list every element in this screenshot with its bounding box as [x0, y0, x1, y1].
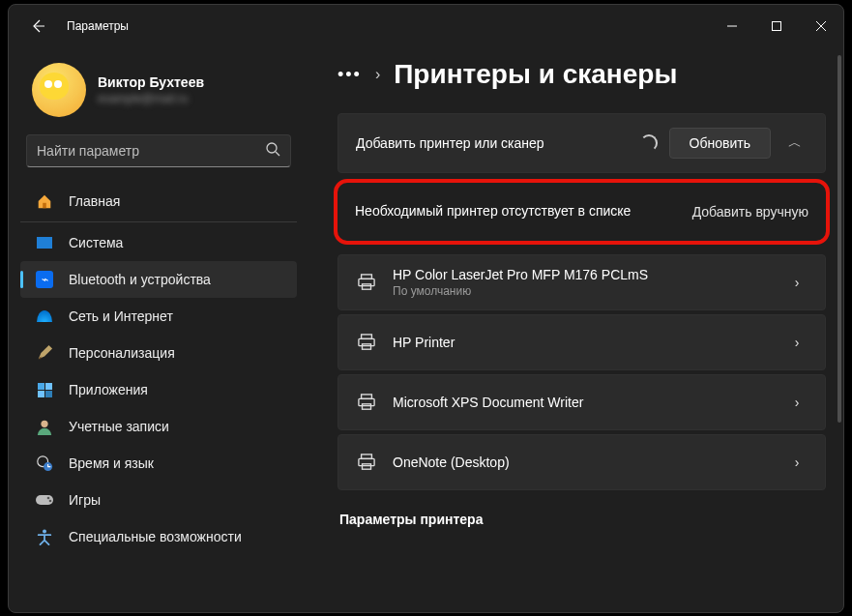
search-input[interactable]	[37, 143, 265, 159]
printer-row[interactable]: Microsoft XPS Document Writer ›	[338, 374, 826, 430]
add-printer-label: Добавить принтер или сканер	[356, 135, 640, 151]
close-button[interactable]	[799, 11, 843, 42]
chevron-right-icon: ›	[782, 448, 811, 477]
accessibility-icon	[34, 528, 55, 545]
chevron-up-icon: ︿	[788, 134, 802, 152]
chevron-right-icon: ›	[375, 66, 380, 83]
settings-window: Параметры Виктор Бухтеев example@mail.ru	[8, 4, 844, 613]
bluetooth-icon: ⌁	[34, 271, 55, 288]
sidebar-item-gaming[interactable]: Игры	[20, 482, 297, 518]
svg-rect-22	[363, 404, 371, 409]
sidebar-item-label: Главная	[69, 193, 120, 209]
svg-rect-24	[359, 458, 374, 465]
add-printer-row: Добавить принтер или сканер Обновить ︿	[338, 113, 826, 173]
scrollbar[interactable]	[837, 55, 841, 423]
printer-sub: По умолчанию	[393, 284, 782, 298]
search-box[interactable]	[26, 134, 291, 167]
printer-name: Microsoft XPS Document Writer	[393, 395, 782, 410]
add-manually-link[interactable]: Добавить вручную	[692, 204, 808, 220]
printer-icon	[356, 334, 377, 351]
profile-name: Виктор Бухтеев	[98, 74, 204, 90]
person-icon	[34, 418, 55, 435]
svg-point-11	[47, 497, 50, 500]
sidebar-item-label: Время и язык	[69, 455, 154, 471]
printer-icon	[356, 274, 377, 291]
main-content: ••• › Принтеры и сканеры Добавить принте…	[308, 47, 843, 612]
divider	[20, 221, 297, 222]
gamepad-icon	[34, 493, 55, 507]
sidebar: Виктор Бухтеев example@mail.ru Главная	[9, 47, 308, 612]
chevron-right-icon: ›	[782, 388, 811, 417]
svg-point-12	[49, 500, 52, 503]
breadcrumb-more-icon[interactable]: •••	[338, 65, 362, 85]
svg-rect-18	[359, 338, 374, 345]
svg-rect-15	[359, 279, 374, 285]
svg-rect-16	[363, 284, 371, 289]
sidebar-item-label: Система	[69, 235, 123, 250]
printer-row[interactable]: OneNote (Desktop) ›	[338, 434, 826, 490]
wifi-icon	[34, 310, 55, 322]
printer-name: OneNote (Desktop)	[393, 455, 782, 470]
caption-controls	[710, 11, 843, 42]
globe-clock-icon	[34, 455, 55, 472]
svg-point-7	[41, 421, 47, 427]
printer-icon	[356, 394, 377, 411]
refresh-button[interactable]: Обновить	[669, 128, 771, 159]
sidebar-item-accessibility[interactable]: Специальные возможности	[20, 518, 297, 555]
sidebar-item-label: Персонализация	[69, 345, 175, 361]
printer-icon	[356, 454, 377, 471]
sidebar-item-apps[interactable]: Приложения	[20, 371, 297, 408]
sidebar-item-label: Bluetooth и устройства	[69, 272, 211, 287]
spinner-icon	[640, 134, 658, 152]
collapse-button[interactable]: ︿	[779, 127, 811, 160]
svg-line-5	[276, 152, 279, 156]
missing-printer-text: Необходимый принтер отсутствует в списке	[355, 202, 692, 221]
sidebar-item-label: Сеть и Интернет	[69, 308, 173, 324]
sidebar-item-bluetooth[interactable]: ⌁ Bluetooth и устройства	[20, 261, 297, 298]
printer-name: HP Color LaserJet Pro MFP M176 PCLmS	[393, 267, 782, 282]
svg-point-13	[43, 530, 46, 534]
nav-list: Главная Система ⌁ Bluetooth и устройства…	[20, 183, 297, 555]
section-label: Параметры принтера	[339, 512, 826, 527]
missing-printer-row: Необходимый принтер отсутствует в списке…	[334, 179, 830, 245]
sidebar-item-accounts[interactable]: Учетные записи	[20, 408, 297, 445]
sidebar-item-label: Учетные записи	[69, 419, 169, 434]
printer-row[interactable]: HP Color LaserJet Pro MFP M176 PCLmS По …	[338, 254, 826, 310]
titlebar: Параметры	[9, 5, 843, 47]
svg-rect-25	[363, 464, 371, 469]
svg-rect-19	[363, 344, 371, 349]
apps-icon	[34, 383, 55, 397]
printer-name: HP Printer	[393, 335, 782, 350]
minimize-button[interactable]	[710, 11, 754, 42]
maximize-button[interactable]	[754, 11, 799, 42]
profile-email: example@mail.ru	[98, 92, 204, 105]
sidebar-item-label: Приложения	[69, 382, 148, 397]
home-icon	[34, 192, 55, 210]
svg-point-4	[267, 143, 277, 153]
sidebar-item-time[interactable]: Время и язык	[20, 445, 297, 482]
svg-rect-6	[43, 203, 46, 208]
svg-rect-1	[773, 22, 781, 31]
sidebar-item-network[interactable]: Сеть и Интернет	[20, 298, 297, 335]
back-button[interactable]	[24, 13, 51, 40]
sidebar-item-home[interactable]: Главная	[20, 183, 297, 220]
system-icon	[34, 237, 55, 249]
page-header: ••• › Принтеры и сканеры	[338, 59, 826, 90]
page-title: Принтеры и сканеры	[394, 59, 677, 90]
svg-rect-21	[359, 398, 374, 405]
sidebar-item-label: Игры	[69, 492, 101, 508]
profile-block[interactable]: Виктор Бухтеев example@mail.ru	[20, 55, 297, 132]
search-icon	[265, 141, 280, 161]
sidebar-item-label: Специальные возможности	[69, 529, 242, 544]
sidebar-item-personalization[interactable]: Персонализация	[20, 335, 297, 371]
window-title: Параметры	[67, 19, 129, 33]
sidebar-item-system[interactable]: Система	[20, 224, 297, 261]
chevron-right-icon: ›	[782, 328, 811, 357]
chevron-right-icon: ›	[782, 268, 811, 297]
brush-icon	[34, 344, 55, 362]
printer-row[interactable]: HP Printer ›	[338, 314, 826, 370]
avatar	[32, 63, 86, 117]
